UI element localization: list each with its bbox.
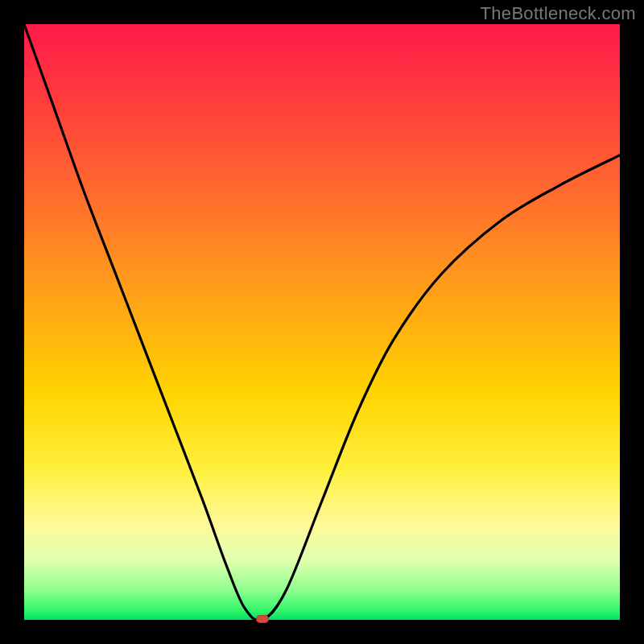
plot-area xyxy=(24,24,620,620)
bottleneck-curve xyxy=(24,24,620,620)
chart-frame: TheBottleneck.com xyxy=(0,0,644,644)
minimum-marker xyxy=(256,615,269,623)
watermark-text: TheBottleneck.com xyxy=(481,3,636,24)
